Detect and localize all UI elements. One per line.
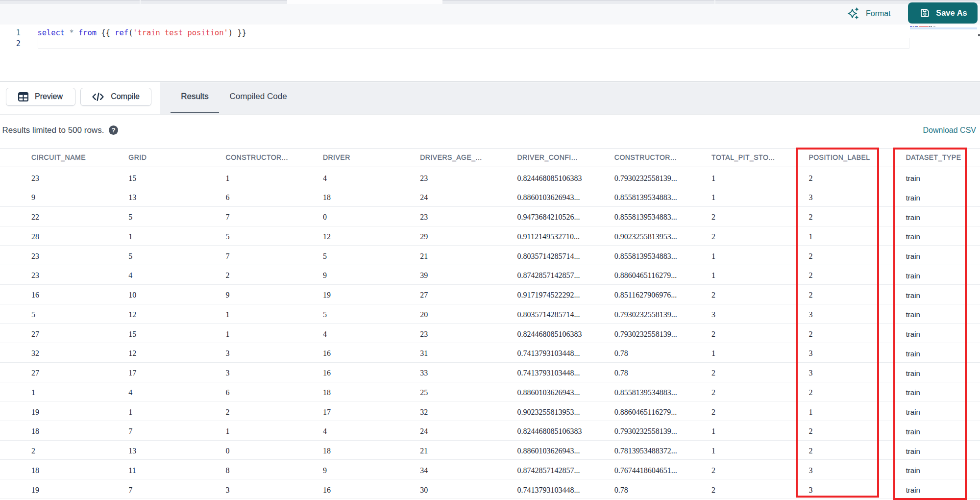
table-cell: 2 bbox=[711, 383, 715, 402]
table-cell: 32 bbox=[31, 344, 39, 363]
table-cell: 27 bbox=[31, 364, 39, 383]
minimap-code-mark bbox=[919, 26, 929, 27]
table-cell: 21 bbox=[420, 442, 428, 461]
table-cell: 0.8860103626943... bbox=[517, 188, 580, 207]
active-tab-top bbox=[287, 0, 442, 4]
table-cell: 0.78 bbox=[614, 364, 628, 383]
table-cell: 0.8558139534883... bbox=[614, 188, 677, 207]
file-tab-strip[interactable] bbox=[0, 0, 980, 4]
table-cell: 0.7413793103448... bbox=[517, 480, 580, 500]
scrollbar-marker bbox=[978, 34, 980, 37]
table-cell: 20 bbox=[420, 305, 428, 325]
sql-editor[interactable]: 1 2 select * from {{ ref('train_test_pos… bbox=[0, 25, 980, 82]
compile-label: Compile bbox=[111, 92, 140, 101]
tab-compiled-code-label: Compiled Code bbox=[229, 92, 287, 101]
table-cell: 0.9023255813953... bbox=[614, 227, 677, 247]
save-as-button[interactable]: Save As bbox=[908, 2, 978, 24]
code-token: ( bbox=[128, 28, 133, 37]
table-cell: 7 bbox=[226, 247, 230, 266]
format-button[interactable]: Format bbox=[847, 6, 891, 22]
code-token: {{ bbox=[101, 28, 110, 37]
tab-strip-hairline bbox=[0, 0, 980, 1]
table-cell: 4 bbox=[323, 422, 327, 441]
table-cell: 2 bbox=[711, 480, 715, 500]
table-cell: 16 bbox=[323, 344, 331, 363]
table-cell: 0.7813953488372... bbox=[614, 442, 677, 461]
table-cell: 5 bbox=[226, 227, 230, 247]
table-cell: 39 bbox=[420, 266, 428, 285]
table-cell: 23 bbox=[31, 247, 39, 266]
table-cell: 2 bbox=[711, 208, 715, 227]
tab-results[interactable]: Results bbox=[171, 82, 219, 111]
table-cell: 5 bbox=[323, 247, 327, 266]
table-cell: 7 bbox=[128, 480, 132, 500]
preview-button[interactable]: Preview bbox=[6, 88, 75, 106]
table-cell: 31 bbox=[420, 344, 428, 363]
table-cell: 23 bbox=[31, 266, 39, 285]
code-line-1[interactable]: select * from {{ ref('train_test_positio… bbox=[38, 27, 246, 38]
line-number-1: 1 bbox=[0, 27, 21, 38]
table-cell: 7 bbox=[128, 422, 132, 441]
sparkles-icon bbox=[847, 7, 859, 20]
tab-compiled-code[interactable]: Compiled Code bbox=[219, 82, 297, 111]
table-cell: 19 bbox=[323, 286, 331, 305]
tab-divider bbox=[714, 0, 715, 4]
minimap-code-mark bbox=[933, 26, 935, 27]
table-cell: 0.824468085106383 bbox=[517, 325, 582, 344]
table-cell: 18 bbox=[31, 461, 39, 480]
table-cell: 3 bbox=[226, 344, 230, 363]
table-cell: 6 bbox=[226, 188, 230, 207]
table-cell: 30 bbox=[420, 480, 428, 500]
table-cell: 0.7930232558139... bbox=[614, 169, 677, 188]
table-cell: 2 bbox=[711, 286, 715, 305]
download-csv-link[interactable]: Download CSV bbox=[923, 115, 977, 146]
table-cell: 2 bbox=[711, 461, 715, 480]
action-panel: Preview Compile Results Compiled Code bbox=[0, 82, 980, 115]
table-cell: 2 bbox=[31, 442, 35, 461]
table-cell: 1 bbox=[226, 169, 230, 188]
minimap-code-mark bbox=[913, 26, 914, 27]
editor-minimap[interactable] bbox=[910, 25, 978, 31]
column-header: CIRCUIT_NAME bbox=[31, 149, 86, 167]
table-cell: 1 bbox=[128, 402, 132, 422]
results-limit-note: Results limited to 500 rows. bbox=[2, 115, 104, 146]
table-cell: 27 bbox=[420, 286, 428, 305]
table-cell: 4 bbox=[128, 383, 132, 402]
table-cell: 9 bbox=[226, 286, 230, 305]
table-cell: 0.824468085106383 bbox=[517, 169, 582, 188]
table-cell: 1 bbox=[711, 266, 715, 285]
code-token: from bbox=[78, 28, 97, 37]
table-cell: 0.7413793103448... bbox=[517, 344, 580, 363]
table-cell: 18 bbox=[31, 422, 39, 441]
column-header: GRID bbox=[128, 149, 147, 167]
table-cell: 0.78 bbox=[614, 344, 628, 363]
table-cell: 15 bbox=[128, 169, 136, 188]
table-cell: 4 bbox=[323, 169, 327, 188]
table-cell: 1 bbox=[31, 383, 35, 402]
table-cell: 1 bbox=[711, 344, 715, 363]
column-header: TOTAL_PIT_STO... bbox=[711, 149, 775, 167]
help-icon[interactable]: ? bbox=[109, 125, 118, 135]
annotation-box-dataset-type bbox=[893, 148, 967, 500]
code-token: ) bbox=[228, 28, 233, 37]
column-header: DRIVER bbox=[323, 149, 350, 167]
table-icon bbox=[18, 92, 28, 101]
table-cell: 0 bbox=[323, 208, 327, 227]
table-cell: 25 bbox=[420, 383, 428, 402]
code-token: }} bbox=[237, 28, 246, 37]
code-token: 'train_test_position' bbox=[133, 28, 228, 37]
table-cell: 0.9023255813953... bbox=[517, 402, 580, 422]
table-cell: 5 bbox=[31, 305, 35, 325]
table-cell: 2 bbox=[226, 266, 230, 285]
table-cell: 18 bbox=[323, 383, 331, 402]
preview-label: Preview bbox=[35, 92, 63, 101]
table-cell: 3 bbox=[226, 480, 230, 500]
minimap-code-mark bbox=[917, 26, 919, 27]
table-cell: 1 bbox=[711, 442, 715, 461]
table-cell: 0 bbox=[226, 442, 230, 461]
table-cell: 28 bbox=[31, 227, 39, 247]
table-cell: 1 bbox=[711, 188, 715, 207]
table-cell: 12 bbox=[128, 344, 136, 363]
compile-button[interactable]: Compile bbox=[80, 88, 151, 106]
table-cell: 12 bbox=[128, 305, 136, 325]
